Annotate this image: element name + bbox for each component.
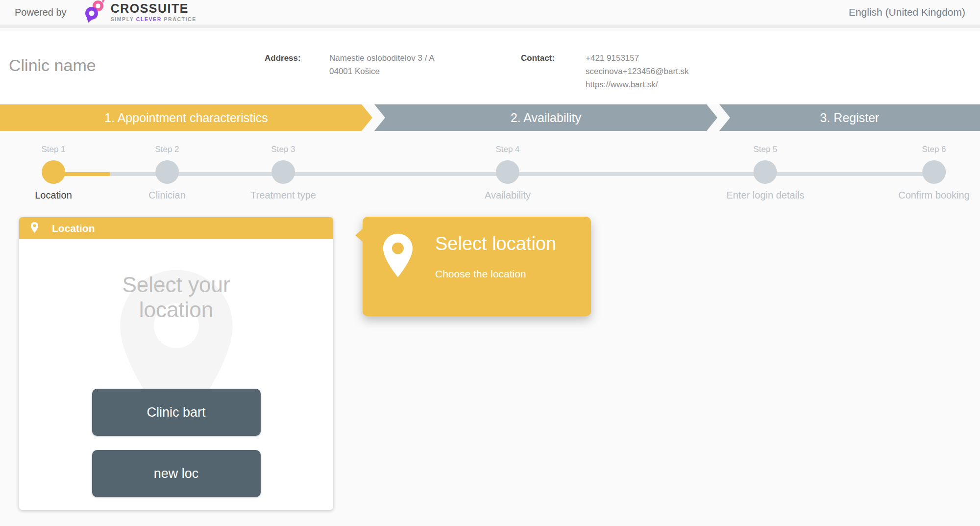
clinic-name: Clinic name <box>9 56 96 75</box>
address-label: Address: <box>265 51 329 78</box>
clinic-header: Clinic name Address: Namestie oslobodite… <box>0 31 980 104</box>
step-5-number: Step 5 <box>727 145 805 155</box>
step-1-number: Step 1 <box>35 145 72 155</box>
step-2-label: Clinician <box>148 190 186 201</box>
step-6-label: Confirm booking <box>898 190 970 201</box>
contact-website: https://www.bart.sk/ <box>586 78 689 91</box>
tooltip-arrow <box>355 228 363 242</box>
tooltip-subtitle: Choose the location <box>435 268 556 280</box>
tagline-practice: PRACTICE <box>164 16 196 22</box>
location-card: Location Select your location Clinic bar… <box>19 217 333 510</box>
step-4-label: Availability <box>485 190 531 201</box>
select-location-placeholder: Select your location <box>83 272 270 322</box>
brand-tagline: SIMPLY CLEVER PRACTICE <box>111 17 196 22</box>
tooltip-pin-icon <box>379 231 416 281</box>
contact-block: Contact: +421 9153157 scecinova+123456@b… <box>521 51 689 91</box>
step-4-number: Step 4 <box>485 145 531 155</box>
step-6-circle <box>922 160 946 184</box>
tagline-simply: SIMPLY <box>111 16 134 22</box>
step-1-label: Location <box>35 190 72 201</box>
location-pin-icon <box>30 222 39 235</box>
location-card-title: Location <box>52 223 95 234</box>
crossuite-logo-icon <box>83 0 105 25</box>
phase-register[interactable]: 3. Register <box>719 104 980 131</box>
crossuite-logo: CROSSUITE SIMPLY CLEVER PRACTICE <box>83 0 196 25</box>
tooltip-title: Select location <box>435 233 556 254</box>
contact-label: Contact: <box>521 51 586 91</box>
phase-2-label: 2. Availability <box>511 111 581 125</box>
tagline-clever: CLEVER <box>136 16 162 22</box>
step-1-circle <box>42 160 65 184</box>
step-3-treatment-type: Step 3 Treatment type <box>250 145 316 201</box>
language-selector[interactable]: English (United Kingdom) <box>849 6 965 18</box>
brand-name: CROSSUITE <box>111 2 196 15</box>
phase-availability[interactable]: 2. Availability <box>374 104 717 131</box>
step-6-number: Step 6 <box>898 145 970 155</box>
step-5-circle <box>754 160 777 184</box>
step-1-location: Step 1 Location <box>35 145 72 201</box>
step-2-number: Step 2 <box>148 145 186 155</box>
top-bar: Powered by CROSSUITE SIMPLY <box>0 0 980 28</box>
contact-phone: +421 9153157 <box>586 51 689 65</box>
step-5-label: Enter login details <box>727 190 805 201</box>
phase-progress-bar: 1. Appointment characteristics 2. Availa… <box>0 104 980 131</box>
location-card-body: Select your location Clinic bart new loc <box>19 239 333 510</box>
step-3-circle <box>271 160 295 184</box>
step-2-clinician: Step 2 Clinician <box>148 145 186 201</box>
phase-appointment-characteristics[interactable]: 1. Appointment characteristics <box>0 104 372 131</box>
phase-3-label: 3. Register <box>820 111 880 125</box>
step-4-availability: Step 4 Availability <box>485 145 531 201</box>
powered-by-label: Powered by <box>15 7 67 18</box>
contact-email: scecinova+123456@bart.sk <box>586 65 689 78</box>
step-3-number: Step 3 <box>250 145 316 155</box>
step-6-confirm-booking: Step 6 Confirm booking <box>898 145 970 201</box>
booking-page: Powered by CROSSUITE SIMPLY <box>0 0 980 526</box>
address-line-2: 04001 Košice <box>329 65 435 78</box>
step-5-enter-login-details: Step 5 Enter login details <box>727 145 805 201</box>
phase-1-label: 1. Appointment characteristics <box>104 111 268 125</box>
step-3-label: Treatment type <box>250 190 316 201</box>
address-line-1: Namestie osloboditelov 3 / A <box>329 51 435 65</box>
select-location-tooltip: Select location Choose the location <box>363 217 591 316</box>
step-4-circle <box>496 160 519 184</box>
address-block: Address: Namestie osloboditelov 3 / A 04… <box>265 51 435 78</box>
location-button-new-loc[interactable]: new loc <box>92 450 261 497</box>
step-indicator: Step 1 Location Step 2 Clinician Step 3 … <box>0 131 980 211</box>
location-card-header: Location <box>19 217 333 239</box>
step-2-circle <box>155 160 179 184</box>
location-button-clinic-bart[interactable]: Clinic bart <box>92 389 261 436</box>
